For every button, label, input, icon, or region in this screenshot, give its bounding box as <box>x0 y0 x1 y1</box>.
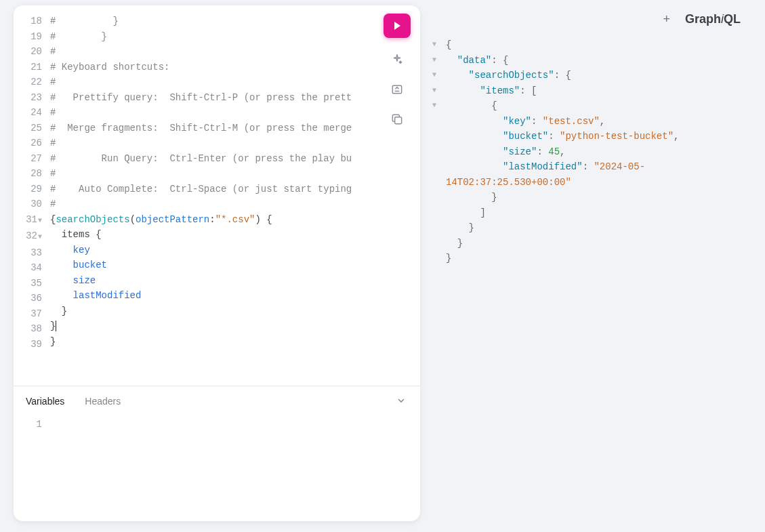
run-query-button[interactable] <box>384 14 411 38</box>
chevron-down-icon <box>396 395 407 406</box>
response-panel: + GraphiQL ▼▼▼▼▼ { "data": { "searchObje… <box>426 5 757 527</box>
response-json: { "data": { "searchObjects": { "items": … <box>446 37 750 266</box>
collapse-variables-button[interactable] <box>396 395 407 408</box>
tab-headers[interactable]: Headers <box>85 396 121 407</box>
bottom-tabs: Variables Headers <box>14 386 420 416</box>
tab-variables[interactable]: Variables <box>26 396 64 407</box>
graphiql-logo: GraphiQL <box>685 12 741 26</box>
response-fold-gutter: ▼▼▼▼▼ <box>432 37 446 266</box>
query-panel: 1819202122232425262728293031▼32▼33343536… <box>14 5 420 521</box>
query-editor[interactable]: 1819202122232425262728293031▼32▼33343536… <box>14 5 420 386</box>
response-viewer[interactable]: ▼▼▼▼▼ { "data": { "searchObjects": { "it… <box>426 29 757 274</box>
prettify-button[interactable] <box>389 52 405 68</box>
response-header: + GraphiQL <box>426 5 757 29</box>
add-tab-button[interactable]: + <box>663 12 670 26</box>
play-icon <box>392 20 402 31</box>
app-root: 1819202122232425262728293031▼32▼33343536… <box>3 5 762 527</box>
editor-toolbar <box>384 14 411 127</box>
merge-fragments-button[interactable] <box>389 81 405 98</box>
copy-button[interactable] <box>389 111 405 127</box>
merge-icon <box>390 83 404 96</box>
variables-gutter: 1 <box>14 416 50 521</box>
variables-section: Variables Headers 1 <box>14 386 420 521</box>
query-code[interactable]: # }# }## Keyboard shortcuts:## Prettify … <box>50 5 420 386</box>
svg-rect-1 <box>395 117 402 124</box>
line-gutter: 1819202122232425262728293031▼32▼33343536… <box>14 5 50 386</box>
variables-editor[interactable]: 1 <box>14 416 420 521</box>
sparkle-icon <box>390 53 404 66</box>
copy-icon <box>390 112 404 126</box>
